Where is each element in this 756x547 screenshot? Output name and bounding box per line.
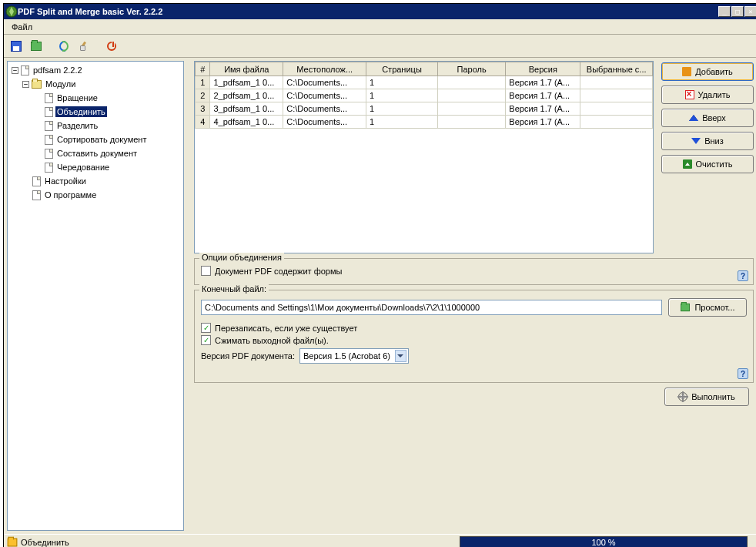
table-row[interactable]: 44_pdfsam_1 0...C:\Documents...1Версия 1… (196, 116, 653, 129)
delete-button[interactable]: Удалить (661, 86, 754, 104)
tree-item-rotate[interactable]: Вращение (9, 91, 182, 105)
page-icon (45, 135, 53, 145)
tree-item-merge[interactable]: Объединить (9, 105, 182, 119)
table-row[interactable]: 11_pdfsam_1 0...C:\Documents...1Версия 1… (196, 76, 653, 89)
refresh-button[interactable] (55, 37, 73, 55)
progress-bar: 100 % (460, 536, 748, 548)
run-button[interactable]: Выполнить (664, 388, 749, 406)
collapse-icon[interactable]: − (22, 81, 29, 88)
tree-item-compose[interactable]: Составить документ (9, 146, 182, 160)
clear-icon (683, 159, 692, 169)
floppy-icon (11, 41, 22, 52)
titlebar: PDF Split and Merge basic Ver. 2.2.2 _ □… (4, 4, 756, 19)
menu-file[interactable]: Файл (7, 21, 37, 33)
pdf-version-label: Версия PDF документа: (201, 351, 295, 361)
page-icon (32, 190, 41, 200)
file-table: # Имя файла Местополож... Страницы Парол… (194, 61, 654, 253)
overwrite-label: Перезаписать, если уже существует (215, 324, 357, 333)
exit-button[interactable] (102, 37, 121, 55)
browse-button[interactable]: Просмот... (668, 298, 747, 317)
chevron-down-icon (395, 350, 406, 362)
forms-label: Документ PDF содержит формы (215, 267, 342, 276)
open-button[interactable] (27, 37, 45, 55)
tree-root[interactable]: − pdfsam 2.2.2 (9, 63, 182, 77)
folder-open-icon (32, 80, 42, 89)
output-fieldset: Конечный файл: Просмот... ✓ Перезаписать… (194, 290, 754, 383)
splitter[interactable] (187, 61, 191, 531)
down-icon (691, 138, 701, 144)
tree-item-sort[interactable]: Сортировать документ (9, 133, 182, 146)
tree-item-split[interactable]: Разделить (9, 119, 182, 133)
power-icon (107, 42, 116, 51)
statusbar: Объединить 100 % (4, 534, 756, 547)
page-icon (45, 93, 53, 103)
clear-log-button[interactable] (75, 37, 93, 55)
up-button[interactable]: Вверх (661, 109, 754, 127)
folder-open-icon (31, 42, 42, 51)
col-num[interactable]: # (196, 62, 210, 76)
col-file[interactable]: Имя файла (210, 62, 283, 76)
col-pages[interactable]: Страницы (366, 62, 438, 76)
compress-label: Сжимать выходной файл(ы). (215, 336, 329, 345)
page-icon (32, 176, 41, 186)
main-panel: # Имя файла Местополож... Страницы Парол… (194, 61, 755, 531)
folder-icon (681, 304, 691, 311)
close-button[interactable]: × (744, 6, 756, 17)
col-version[interactable]: Версия (506, 62, 580, 76)
save-button[interactable] (7, 37, 25, 55)
tree-item-alternate[interactable]: Чередование (9, 160, 182, 174)
col-password[interactable]: Пароль (437, 62, 505, 76)
file-buttons: Добавить Удалить Вверх Вниз Очистить (661, 61, 754, 253)
compress-checkbox[interactable]: ✓ (201, 335, 211, 345)
help-icon[interactable]: ? (738, 368, 748, 379)
up-icon (689, 115, 698, 121)
toolbar (4, 35, 756, 58)
window-title: PDF Split and Merge basic Ver. 2.2.2 (18, 7, 718, 16)
menubar: Файл (4, 19, 756, 35)
merge-options-fieldset: Опции объединения Документ PDF содержит … (194, 258, 754, 285)
forms-checkbox[interactable] (201, 266, 211, 276)
overwrite-checkbox[interactable]: ✓ (201, 323, 211, 333)
delete-icon (685, 90, 694, 99)
progress-text: 100 % (591, 538, 615, 547)
add-icon (682, 67, 691, 76)
table-row[interactable]: 22_pdfsam_1 0...C:\Documents...1Версия 1… (196, 89, 653, 102)
col-selected[interactable]: Выбранные с... (580, 62, 653, 76)
sidebar-tree: − pdfsam 2.2.2 − Модули Вращение Объедин… (7, 61, 184, 531)
page-icon (21, 65, 29, 76)
gear-icon (678, 392, 687, 401)
clear-button[interactable]: Очистить (661, 155, 754, 173)
page-icon (45, 163, 53, 173)
table-row[interactable]: 33_pdfsam_1 0...C:\Documents...1Версия 1… (196, 102, 653, 116)
page-icon (45, 121, 53, 131)
pdf-version-select[interactable]: Версия 1.5 (Acrobat 6) (299, 348, 409, 364)
app-window: PDF Split and Merge basic Ver. 2.2.2 _ □… (3, 3, 756, 547)
table-header-row: # Имя файла Местополож... Страницы Парол… (196, 62, 653, 76)
brush-icon (79, 41, 89, 52)
add-button[interactable]: Добавить (661, 62, 754, 81)
output-legend: Конечный файл: (199, 284, 269, 294)
app-icon (5, 5, 18, 18)
page-icon (45, 149, 53, 159)
status-task: Объединить (21, 538, 69, 547)
col-location[interactable]: Местополож... (283, 62, 366, 76)
collapse-icon[interactable]: − (12, 67, 18, 74)
maximize-button[interactable]: □ (731, 6, 744, 17)
down-button[interactable]: Вниз (661, 132, 754, 150)
minimize-button[interactable]: _ (718, 6, 731, 17)
help-icon[interactable]: ? (738, 270, 748, 281)
folder-icon (8, 538, 18, 546)
page-icon (45, 107, 53, 117)
refresh-icon (59, 41, 69, 52)
tree-modules[interactable]: − Модули (9, 77, 182, 91)
merge-options-legend: Опции объединения (199, 253, 284, 262)
tree-settings[interactable]: Настройки (9, 174, 182, 188)
output-path-input[interactable] (201, 300, 662, 315)
tree-about[interactable]: О программе (9, 188, 182, 202)
